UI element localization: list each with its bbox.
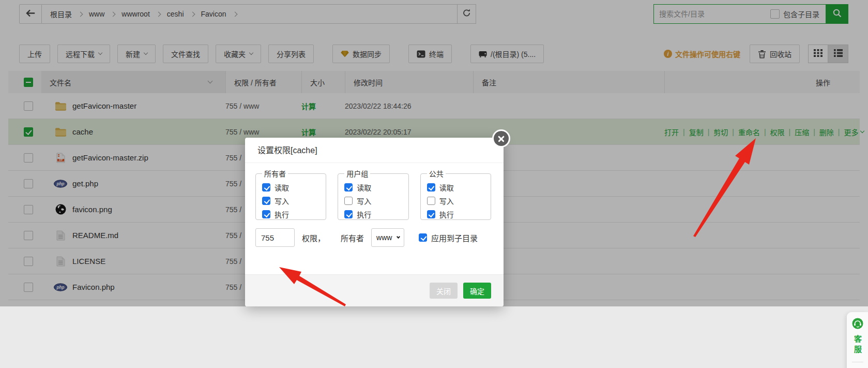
permission-group: 所有者读取写入执行: [255, 168, 326, 220]
dialog-footer: 关闭 确定: [245, 274, 504, 306]
set-permission-dialog: 设置权限[cache] 所有者读取写入执行用户组读取写入执行公共读取写入执行 权…: [245, 138, 504, 306]
permission-option-label: 执行: [275, 209, 289, 219]
permission-option[interactable]: 读取: [344, 181, 408, 194]
permission-option[interactable]: 执行: [427, 208, 491, 221]
permission-option[interactable]: 写入: [344, 194, 408, 208]
permission-option[interactable]: 执行: [262, 208, 326, 221]
owner-select[interactable]: www: [371, 228, 404, 247]
permission-option[interactable]: 读取: [427, 181, 491, 194]
apply-to-subdir-checkbox[interactable]: [419, 233, 427, 242]
permission-checkbox[interactable]: [344, 210, 353, 218]
permission-checkbox[interactable]: [344, 197, 353, 205]
dialog-body: 所有者读取写入执行用户组读取写入执行公共读取写入执行 权限， 所有者 www 应…: [245, 163, 504, 247]
permission-value-input[interactable]: [255, 228, 295, 247]
permission-group-legend: 所有者: [262, 168, 288, 179]
permission-label: 权限，: [302, 232, 325, 243]
permission-groups: 所有者读取写入执行用户组读取写入执行公共读取写入执行: [255, 168, 491, 220]
confirm-button[interactable]: 确定: [463, 283, 491, 299]
permission-option-label: 写入: [275, 196, 289, 206]
permission-group: 公共读取写入执行: [420, 168, 491, 220]
permission-option-label: 读取: [357, 182, 371, 193]
customer-service-label: 客服: [852, 335, 863, 356]
permission-option-label: 执行: [439, 209, 454, 219]
customer-service-tab[interactable]: 客服: [847, 312, 868, 368]
permission-checkbox[interactable]: [262, 197, 270, 205]
chevron-down-icon: [397, 235, 400, 239]
permission-checkbox[interactable]: [427, 197, 435, 205]
owner-label: 所有者: [341, 232, 364, 243]
divider: [852, 362, 863, 362]
permission-group-legend: 用户组: [344, 168, 370, 179]
apply-to-subdir[interactable]: 应用到子目录: [419, 232, 478, 243]
permission-controls: 权限， 所有者 www 应用到子目录: [255, 228, 491, 247]
dialog-title: 设置权限[cache]: [245, 138, 504, 163]
permission-option[interactable]: 写入: [262, 194, 326, 208]
permission-option-label: 读取: [439, 182, 454, 193]
customer-service-icon: [852, 318, 863, 331]
permission-group-legend: 公共: [427, 168, 446, 179]
permission-checkbox[interactable]: [344, 183, 353, 192]
permission-checkbox[interactable]: [262, 183, 270, 192]
permission-option-label: 读取: [275, 182, 289, 193]
close-icon[interactable]: [492, 129, 510, 148]
permission-option[interactable]: 写入: [427, 194, 491, 208]
permission-option-label: 执行: [357, 209, 371, 219]
apply-to-subdir-label: 应用到子目录: [431, 232, 478, 243]
permission-option-label: 写入: [357, 196, 371, 206]
permission-checkbox[interactable]: [427, 183, 435, 192]
close-button[interactable]: 关闭: [430, 283, 458, 299]
permission-checkbox[interactable]: [427, 210, 435, 218]
permission-group: 用户组读取写入执行: [338, 168, 408, 220]
owner-select-value: www: [376, 233, 392, 242]
permission-option[interactable]: 执行: [344, 208, 408, 221]
permission-checkbox[interactable]: [262, 210, 270, 218]
permission-option[interactable]: 读取: [262, 181, 326, 194]
permission-option-label: 写入: [439, 196, 454, 206]
